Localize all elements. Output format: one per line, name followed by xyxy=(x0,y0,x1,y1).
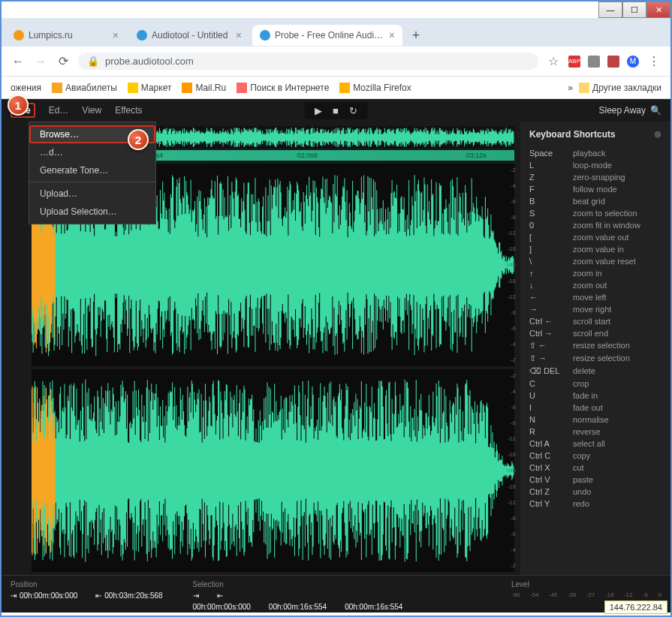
close-window-button[interactable]: ✕ xyxy=(646,2,670,18)
keyboard-shortcuts-panel: Keyboard Shortcuts ⊗ SpaceplaybackLloop-… xyxy=(520,122,670,575)
menu-upload-selection[interactable]: Upload Selection… xyxy=(29,203,155,221)
tab-title: Audiotool - Untitled xyxy=(152,30,231,41)
shortcut-key: → xyxy=(529,305,573,314)
menu-effects[interactable]: Effects xyxy=(115,105,142,116)
bookmark-item[interactable]: Поиск в Интернете xyxy=(237,83,329,93)
sel-b-val: 00h:00m:16s:554 xyxy=(269,603,327,611)
shortcut-desc: zoom value reset xyxy=(573,257,636,266)
shortcut-key: ⇧ → xyxy=(529,354,573,363)
shortcut-desc: redo xyxy=(573,499,589,508)
shortcut-desc: fade in xyxy=(573,391,598,400)
shortcut-row: Ctrl →scroll end xyxy=(529,327,661,339)
annotation-marker-1: 1 xyxy=(8,95,29,116)
stop-button[interactable]: ■ xyxy=(333,105,339,116)
star-bookmark-icon[interactable]: ☆ xyxy=(546,54,561,69)
overflow-chevron-icon[interactable]: » xyxy=(568,83,573,93)
shortcut-desc: crop xyxy=(573,379,589,388)
new-tab-button[interactable]: + xyxy=(405,25,426,46)
forward-button[interactable]: → xyxy=(33,54,48,69)
shortcut-key: ← xyxy=(529,293,573,302)
time-mark: 03:12s xyxy=(466,152,487,159)
maximize-button[interactable]: ☐ xyxy=(622,2,646,18)
reload-button[interactable]: ⟳ xyxy=(56,54,71,69)
menu-upload[interactable]: Upload… xyxy=(29,185,155,203)
selection-label: Selection xyxy=(193,580,403,588)
shortcut-desc: delete xyxy=(573,366,595,376)
shortcut-row: ⇧ →resize selection xyxy=(529,352,661,365)
shortcut-row: ↑zoom in xyxy=(529,267,661,279)
shortcut-row: ←move left xyxy=(529,291,661,303)
shortcut-row: Ifade out xyxy=(529,402,661,414)
shortcut-row: Ctrl Aselect all xyxy=(529,438,661,450)
shortcut-desc: copy xyxy=(573,451,590,460)
tab-lumpics[interactable]: Lumpics.ru × xyxy=(6,25,126,46)
folder-icon xyxy=(579,83,589,93)
profile-icon[interactable]: M xyxy=(627,56,639,68)
sel-b: ⇤ xyxy=(217,591,223,600)
back-button[interactable]: ← xyxy=(11,54,26,69)
shortcut-row: Spaceplayback xyxy=(529,147,661,159)
shortcut-key: ⌫ DEL xyxy=(529,366,573,376)
close-tab-icon[interactable]: × xyxy=(389,29,395,41)
shortcut-desc: paste xyxy=(573,475,593,484)
close-tab-icon[interactable]: × xyxy=(113,29,119,41)
shortcut-desc: zoom value out xyxy=(573,233,629,242)
waveform-right-channel[interactable]: -2-4-6-8-12-18=db-18-12-8-6-4-2 xyxy=(32,369,514,572)
bookmark-item[interactable]: Mail.Ru xyxy=(182,83,226,93)
extension-icon[interactable] xyxy=(607,56,619,68)
tab-probe[interactable]: Probe - Free Online Audio Samp × xyxy=(252,25,402,46)
transport-controls: ▶ ■ ↻ xyxy=(304,102,368,119)
menu-view[interactable]: View xyxy=(82,105,101,116)
bookmark-item[interactable]: Mozilla Firefox xyxy=(339,83,411,93)
track-name: Sleep Away 🔍 xyxy=(599,105,662,116)
shortcut-desc: scroll start xyxy=(573,317,610,326)
shortcut-row: Bbeat grid xyxy=(529,195,661,207)
play-button[interactable]: ▶ xyxy=(315,105,322,116)
shortcut-row: Lloop-mode xyxy=(529,159,661,171)
annotation-marker-2: 2 xyxy=(128,129,149,150)
shortcut-row: ⌫ DELdelete xyxy=(529,365,661,378)
shortcut-key: N xyxy=(529,415,573,424)
shortcut-key: [ xyxy=(529,233,573,242)
tab-audiotool[interactable]: Audiotool - Untitled × xyxy=(129,25,249,46)
shortcut-desc: move right xyxy=(573,305,611,314)
shortcut-row: ]zoom value in xyxy=(529,243,661,255)
shortcut-desc: zoom to selection xyxy=(573,209,637,218)
shortcut-key: Ctrl X xyxy=(529,463,573,472)
other-bookmarks[interactable]: Другие закладки xyxy=(579,83,661,93)
shortcut-key: R xyxy=(529,427,573,436)
menu-edit[interactable]: Ed… xyxy=(49,105,69,116)
shortcut-row: Zzero-snapping xyxy=(529,171,661,183)
chrome-menu-icon[interactable]: ⋮ xyxy=(646,54,661,69)
position-end: ⇤00h:03m:20s:568 xyxy=(95,591,162,600)
extension-icon[interactable] xyxy=(588,56,600,68)
db-ruler: -2-4-6-8-12-18=db-18-12-8-6-4-2 xyxy=(501,164,516,366)
shortcut-desc: loop-mode xyxy=(573,161,612,170)
search-icon[interactable]: 🔍 xyxy=(650,105,661,116)
shortcut-desc: zero-snapping xyxy=(573,173,625,182)
shortcut-key: Ctrl A xyxy=(529,439,573,448)
shortcut-key: 0 xyxy=(529,221,573,230)
menu-generate-tone[interactable]: Generate Tone… xyxy=(29,161,155,179)
bookmark-apps[interactable]: ожения xyxy=(11,83,41,93)
shortcut-row: Ccrop xyxy=(529,378,661,390)
close-panel-icon[interactable]: ⊗ xyxy=(654,129,661,140)
abp-extension-icon[interactable]: ABP xyxy=(568,56,580,68)
minimize-button[interactable]: — xyxy=(598,2,622,18)
status-bar: Position ⇥00h:00m:00s:000 ⇤00h:03m:20s:5… xyxy=(2,575,670,612)
bookmark-item[interactable]: Маркет xyxy=(128,83,172,93)
loop-button[interactable]: ↻ xyxy=(349,105,357,116)
shortcut-key: Ctrl → xyxy=(529,329,573,338)
shortcut-desc: resize selection xyxy=(573,354,630,363)
shortcut-desc: undo xyxy=(573,487,591,496)
close-tab-icon[interactable]: × xyxy=(236,29,242,41)
bookmark-item[interactable]: Авиабилеты xyxy=(52,83,117,93)
shortcut-desc: resize selection xyxy=(573,341,630,351)
market-icon xyxy=(128,83,138,93)
shortcut-row: →move right xyxy=(529,303,661,315)
shortcut-key: ↓ xyxy=(529,281,573,290)
shortcut-row: Ctrl Zundo xyxy=(529,486,661,498)
tab-title: Lumpics.ru xyxy=(29,30,108,41)
url-input[interactable]: 🔒 probe.audiotool.com xyxy=(78,53,538,70)
shortcut-row: Ctrl Yredo xyxy=(529,498,661,510)
